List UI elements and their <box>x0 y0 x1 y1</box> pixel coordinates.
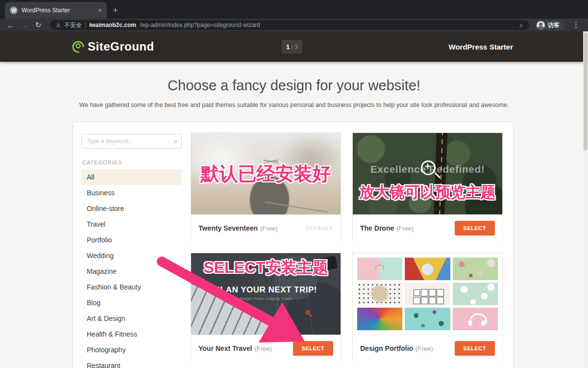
category-art-design[interactable]: Art & Design <box>81 311 182 326</box>
browser-window: W WordPress Starter × + ← → ↻ ⚠ 不安全 iwai… <box>0 0 588 368</box>
browser-toolbar: ← → ↻ ⚠ 不安全 iwaimaob2c.com /wp-admin/ind… <box>0 19 588 31</box>
keyword-search-input[interactable] <box>81 134 182 149</box>
tab-close-icon[interactable]: × <box>98 6 102 14</box>
theme-image-subtitle: Budget. Food. Lodging. Travel <box>191 296 341 301</box>
theme-card-design-portfolio: Design Portfolio (Free) SELECT <box>352 253 503 362</box>
decor-tile <box>357 258 402 280</box>
browser-tab[interactable]: W WordPress Starter × <box>5 2 107 19</box>
category-all[interactable]: All <box>81 169 182 185</box>
select-theme-button[interactable]: SELECT <box>455 221 495 236</box>
decor-tile <box>357 308 402 330</box>
themes-panel: ⌕ CATEGORIES All Business Online-store T… <box>73 122 514 368</box>
theme-footer: Design Portfolio (Free) SELECT <box>353 335 502 362</box>
search-icon[interactable]: ⌕ <box>519 21 523 29</box>
step-current: 1 <box>286 43 290 51</box>
avatar-icon <box>537 21 545 29</box>
decor-tile <box>405 258 450 280</box>
url-bar[interactable]: ⚠ 不安全 iwaimaob2c.com /wp-admin/index.php… <box>50 20 529 30</box>
theme-name: Design Portfolio <box>360 344 413 352</box>
theme-footer: The Drone (Free) SELECT <box>353 214 502 241</box>
theme-name: The Drone <box>360 224 394 232</box>
theme-price: (Free) <box>254 345 271 352</box>
category-travel[interactable]: Travel <box>81 216 182 232</box>
profile-label: 访客 <box>548 21 560 29</box>
annotation-magnifier-preview: 放大镜可以预览主题 <box>353 182 502 203</box>
url-domain: iwaimaob2c.com <box>89 22 136 28</box>
step-indicator: 1 / 3 <box>282 40 302 53</box>
theme-name: Your Next Travel <box>198 344 252 352</box>
category-wedding[interactable]: Wedding <box>81 248 182 263</box>
category-restaurant[interactable]: Restaurant <box>81 358 182 368</box>
theme-preview-design-portfolio[interactable] <box>353 253 502 335</box>
tab-title: WordPress Starter <box>22 7 94 14</box>
url-path: /wp-admin/index.php?page=siteground-wiza… <box>140 22 260 28</box>
annotation-select-install: SELECT安装主题 <box>191 257 341 279</box>
category-business[interactable]: Business <box>81 185 182 201</box>
categories-sidebar: ⌕ CATEGORIES All Business Online-store T… <box>81 134 182 368</box>
decor-tile <box>453 258 498 280</box>
tab-strip: W WordPress Starter × + <box>0 0 588 19</box>
security-label: 不安全 <box>64 21 82 29</box>
theme-price: (Free) <box>396 225 414 232</box>
browser-menu-icon[interactable]: ⋮ <box>569 21 583 29</box>
magnifier-preview-icon[interactable] <box>421 160 436 175</box>
profile-button[interactable]: 访客 <box>535 20 564 30</box>
back-icon[interactable]: ← <box>5 21 17 29</box>
page-title: Choose a fancy design for your website! <box>0 78 588 94</box>
siteground-logo: SiteGround <box>72 40 154 53</box>
category-portfolio[interactable]: Portfolio <box>81 232 182 248</box>
page-scrollbar[interactable] <box>583 31 588 368</box>
new-tab-button[interactable]: + <box>113 5 118 16</box>
theme-price: (Free) <box>260 225 277 232</box>
theme-preview-image <box>353 253 502 335</box>
step-total: 3 <box>294 43 298 51</box>
siteground-logo-icon <box>72 40 85 53</box>
theme-preview-twenty-seventeen[interactable]: 默认已经安装好 <box>191 133 341 214</box>
category-fashion-beauty[interactable]: Fashion & Beauty <box>81 279 182 295</box>
category-blog[interactable]: Blog <box>81 295 182 311</box>
wizard-page: Choose a fancy design for your website! … <box>0 62 588 368</box>
theme-price: (Free) <box>416 345 433 352</box>
theme-card-the-drone: Excellence Redefined! 放大镜可以预览主题 The Dron… <box>352 132 503 241</box>
decor-tile <box>357 283 402 305</box>
search-icon: ⌕ <box>173 137 178 146</box>
theme-footer: Your Next Travel (Free) SELECT <box>191 335 341 362</box>
annotation-default-installed: 默认已经安装好 <box>191 161 341 186</box>
default-badge: DEFAULT <box>305 225 333 231</box>
url-separator <box>85 22 86 28</box>
theme-image-title: PLAN YOUR NEXT TRIP! <box>191 285 341 295</box>
select-theme-button[interactable]: SELECT <box>293 341 333 356</box>
category-online-store[interactable]: Online-store <box>81 201 182 216</box>
siteground-logo-text: SiteGround <box>88 40 154 53</box>
category-photography[interactable]: Photography <box>81 342 182 358</box>
security-warning-icon[interactable]: ⚠ <box>56 22 61 28</box>
category-health-fitness[interactable]: Health & Fitness <box>81 326 182 342</box>
decor-tile <box>453 283 498 305</box>
theme-name: Twenty Seventeen <box>198 224 258 232</box>
theme-footer: Twenty Seventeen (Free) DEFAULT <box>191 214 341 241</box>
theme-preview-the-drone[interactable]: Excellence Redefined! 放大镜可以预览主题 <box>353 133 502 214</box>
decor-tile <box>405 283 450 305</box>
wizard-title: WordPress Starter <box>449 43 513 51</box>
theme-preview-your-next-travel[interactable]: PLAN YOUR NEXT TRIP! Budget. Food. Lodgi… <box>191 253 341 335</box>
category-magazine[interactable]: Magazine <box>81 263 182 279</box>
select-theme-button[interactable]: SELECT <box>455 341 495 356</box>
scrollbar-thumb[interactable] <box>584 32 588 150</box>
decor-tile <box>453 308 498 330</box>
page-subtitle: We have gathered some of the best free a… <box>0 102 588 108</box>
wizard-header: SiteGround 1 / 3 WordPress Starter <box>0 31 588 62</box>
forward-icon[interactable]: → <box>19 21 30 29</box>
categories-heading: CATEGORIES <box>82 159 182 165</box>
theme-card-your-next-travel: PLAN YOUR NEXT TRIP! Budget. Food. Lodgi… <box>191 253 341 362</box>
reload-icon[interactable]: ↻ <box>32 21 44 29</box>
decor-tile <box>405 308 450 330</box>
wordpress-favicon: W <box>10 6 18 14</box>
theme-card-twenty-seventeen: 默认已经安装好 Twenty Seventeen (Free) DEFAULT <box>191 132 341 241</box>
